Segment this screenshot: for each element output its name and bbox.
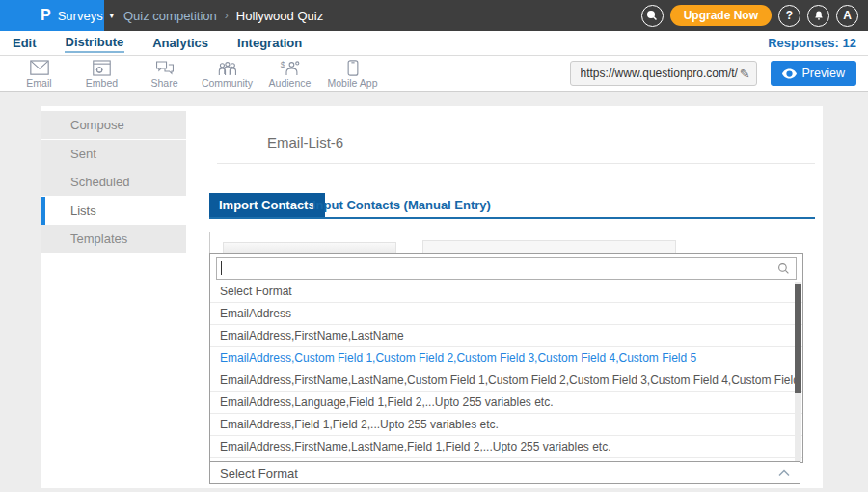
svg-text:$: $ (281, 60, 285, 69)
tab-input-contacts-manual[interactable]: Input Contacts (Manual Entry) (307, 193, 497, 217)
tab-label: Import Contacts (219, 198, 315, 212)
topbar-actions: Upgrade Now ? A (641, 5, 868, 27)
nav-tab-edit[interactable]: Edit (12, 34, 38, 52)
toolbar-item-audience[interactable]: $ Audience (258, 60, 321, 89)
edit-url-pencil-icon[interactable]: ✎ (740, 67, 750, 81)
questionpro-logo-icon: P (41, 8, 51, 24)
title-divider (217, 163, 815, 164)
preview-label: Preview (802, 67, 845, 80)
toolbar-item-share[interactable]: Share (133, 60, 196, 89)
toolbar-item-label: Mobile App (328, 77, 378, 89)
sidebar-item-scheduled[interactable]: Scheduled (41, 168, 186, 196)
eye-icon (782, 68, 797, 79)
sidebar-item-lists[interactable]: Lists (41, 197, 186, 225)
dropdown-scrollbar-thumb[interactable] (795, 284, 801, 393)
format-option-highlighted[interactable]: EmailAddress,Custom Field 1,Custom Field… (210, 347, 803, 369)
survey-url-box: ✎ (570, 61, 757, 86)
toolbar-item-label: Audience (269, 77, 312, 89)
surveys-product-menu[interactable]: P Surveys ▾ (0, 0, 104, 31)
toolbar-item-community[interactable]: Community (196, 60, 258, 89)
dropdown-search-box (216, 257, 797, 280)
format-option[interactable]: EmailAddress,Language,Field 1,Field 2,..… (210, 392, 803, 414)
format-option[interactable]: Select Format (210, 281, 803, 303)
nav-tab-integration[interactable]: Integration (236, 34, 303, 52)
tab-label: Input Contacts (Manual Entry) (312, 198, 491, 212)
community-icon (217, 60, 237, 76)
format-dropdown-panel: Select Format EmailAddress EmailAddress,… (209, 253, 803, 463)
search-button[interactable] (641, 5, 664, 27)
toolbar-item-label: Share (150, 77, 177, 89)
toolbar-item-embed[interactable]: Embed (70, 60, 133, 89)
sidebar-item-label: Compose (70, 118, 124, 132)
format-option[interactable]: EmailAddress,FirstName,LastName (210, 325, 803, 347)
distribute-toolbar: Email Embed Share Community $ Audience M… (0, 56, 868, 92)
search-icon (777, 262, 790, 275)
chevron-up-icon (778, 469, 790, 477)
bell-icon (813, 10, 825, 21)
toolbar-item-label: Embed (86, 77, 118, 89)
upgrade-now-button[interactable]: Upgrade Now (670, 5, 772, 26)
product-name: Surveys (58, 9, 103, 23)
format-option[interactable]: EmailAddress,Field 1,Field 2,...Upto 255… (210, 414, 803, 436)
question-mark-icon: ? (786, 9, 793, 22)
email-icon (30, 60, 49, 76)
breadcrumb: Quiz competition › Hollywood Quiz (123, 9, 323, 23)
page-title: Email-List-6 (267, 134, 343, 150)
topbar: P Surveys ▾ Quiz competition › Hollywood… (0, 0, 868, 31)
breadcrumb-parent[interactable]: Quiz competition (123, 9, 217, 23)
tab-underline (209, 217, 815, 219)
nav-tab-analytics[interactable]: Analytics (151, 34, 209, 52)
toolbar-item-label: Community (202, 77, 253, 89)
dropdown-scrollbar-track[interactable] (795, 282, 801, 462)
format-select-trigger[interactable]: Select Format (209, 461, 800, 484)
format-option[interactable]: EmailAddress,FirstName,LastName,Field 1,… (210, 436, 803, 458)
sidebar-item-label: Sent (70, 147, 96, 161)
app-window: P Surveys ▾ Quiz competition › Hollywood… (0, 0, 868, 492)
sidebar-item-label: Scheduled (70, 175, 129, 189)
notifications-button[interactable] (807, 5, 829, 27)
sidebar-item-label: Lists (70, 204, 96, 218)
toolbar-right: ✎ Preview (570, 61, 856, 86)
toolbar-item-label: Email (26, 77, 51, 89)
format-select-value: Select Format (220, 466, 298, 480)
account-avatar[interactable]: A (836, 5, 858, 27)
breadcrumb-current: Hollywood Quiz (236, 9, 323, 23)
chevron-down-icon: ▾ (110, 12, 114, 20)
format-option[interactable]: EmailAddress (210, 303, 803, 325)
dropdown-search-input[interactable] (221, 261, 777, 275)
sidebar-item-templates[interactable]: Templates (41, 225, 186, 253)
survey-url-input[interactable] (579, 66, 740, 81)
survey-nav: Edit Distribute Analytics Integration Re… (0, 31, 868, 56)
sidebar-item-label: Templates (70, 232, 127, 246)
format-options-list: Select Format EmailAddress EmailAddress,… (210, 281, 803, 463)
help-button[interactable]: ? (778, 5, 800, 27)
sidebar-item-sent[interactable]: Sent (41, 140, 186, 168)
upgrade-now-label: Upgrade Now (684, 9, 758, 22)
search-icon (646, 10, 658, 21)
avatar-initial: A (843, 9, 852, 22)
mobile-app-icon (347, 60, 359, 76)
responses-count[interactable]: Responses: 12 (768, 36, 856, 50)
sidebar-item-compose[interactable]: Compose (41, 111, 186, 139)
toolbar-item-mobile-app[interactable]: Mobile App (321, 60, 384, 89)
breadcrumb-separator: › (225, 9, 229, 22)
nav-tab-distribute[interactable]: Distribute (65, 33, 125, 53)
embed-icon (93, 60, 111, 76)
toolbar-item-email[interactable]: Email (8, 60, 70, 89)
audience-icon: $ (280, 60, 300, 76)
format-option[interactable]: EmailAddress,FirstName,LastName,Custom F… (210, 369, 803, 392)
preview-button[interactable]: Preview (771, 61, 856, 86)
share-icon (155, 60, 175, 76)
